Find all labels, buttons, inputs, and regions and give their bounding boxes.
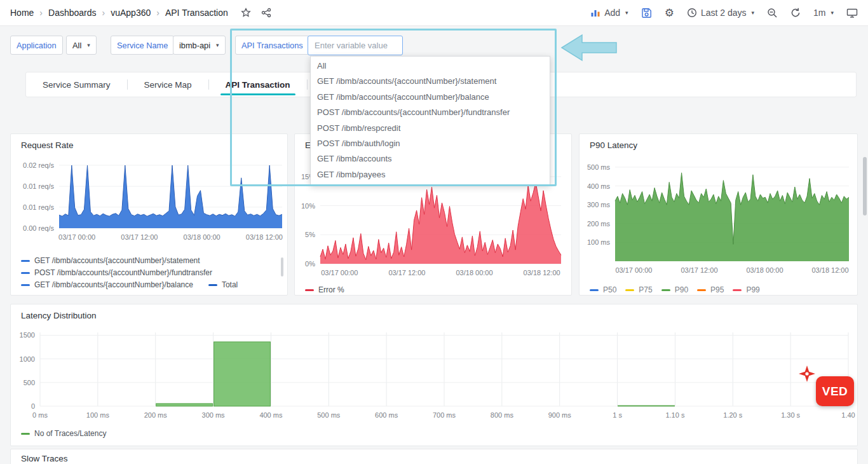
svg-text:600 ms: 600 ms: [375, 411, 398, 419]
p90-latency-chart[interactable]: 100 ms200 ms300 ms400 ms500 ms03/17 00:0…: [580, 157, 857, 282]
svg-text:0%: 0%: [305, 260, 315, 268]
dropdown-option[interactable]: GET /ibmb/payees: [311, 167, 550, 182]
legend-item[interactable]: Total: [208, 280, 238, 289]
svg-text:1.40: 1.40: [841, 411, 855, 419]
variable-select-service-name[interactable]: ibmb-api ▾: [173, 36, 226, 55]
refresh-interval-picker[interactable]: 1m ▾: [813, 8, 834, 18]
svg-text:1500: 1500: [20, 331, 35, 339]
request-rate-legend: GET /ibmb/accounts/{accountNumber}/state…: [21, 256, 277, 289]
dropdown-option[interactable]: GET /ibmb/accounts: [311, 151, 550, 167]
tab-api-transaction[interactable]: API Transaction: [209, 72, 307, 97]
svg-text:500 ms: 500 ms: [317, 411, 341, 419]
svg-text:100 ms: 100 ms: [86, 411, 110, 419]
magnifier-minus-icon: [767, 8, 778, 18]
svg-text:0 ms: 0 ms: [32, 411, 48, 419]
request-rate-chart[interactable]: 0.00 req/s0.01 req/s0.01 req/s0.02 req/s…: [11, 157, 287, 252]
breadcrumb-separator: ›: [156, 8, 159, 18]
p90-latency-legend: P50P75P90P95P99: [590, 285, 847, 294]
panel-title-request-rate: Request Rate: [21, 140, 74, 150]
svg-text:03/18 00:00: 03/18 00:00: [746, 266, 783, 274]
legend-item[interactable]: POST /ibmb/accounts/{accountNumber}/fund…: [21, 268, 212, 277]
breadcrumb: Home›Dashboards›vuApp360›API Transaction: [10, 8, 228, 18]
dropdown-option[interactable]: POST /ibmb/respcredit: [311, 121, 550, 136]
variable-dropdown: AllGET /ibmb/accounts/{accountNumber}/st…: [310, 56, 550, 185]
latency-distribution-legend: No of Traces/Latency: [21, 429, 847, 438]
svg-text:900 ms: 900 ms: [548, 411, 572, 419]
add-panel-button[interactable]: Add ▾: [590, 8, 628, 18]
legend-item[interactable]: P95: [697, 285, 724, 294]
legend-label: GET /ibmb/accounts/{accountNumber}/balan…: [34, 280, 193, 289]
legend-label: P95: [710, 285, 724, 294]
panel-latency-distribution: Latency Distribution 0 ms100 ms200 ms300…: [10, 304, 858, 446]
tab-service-summary[interactable]: Service Summary: [26, 72, 127, 97]
dropdown-option[interactable]: All: [311, 58, 550, 74]
legend-item[interactable]: P90: [661, 285, 688, 294]
svg-text:700 ms: 700 ms: [433, 411, 456, 419]
svg-text:03/17 12:00: 03/17 12:00: [121, 233, 158, 241]
legend-color-dash: [21, 272, 30, 274]
share-icon[interactable]: [261, 8, 271, 18]
legend-item[interactable]: P50: [590, 285, 616, 294]
legend-color-dash: [21, 433, 30, 435]
svg-text:200 ms: 200 ms: [587, 220, 611, 228]
svg-text:1.10 s: 1.10 s: [665, 411, 684, 419]
chevron-down-icon: ▾: [625, 10, 628, 16]
breadcrumb-item-vuapp360[interactable]: vuApp360: [111, 8, 151, 18]
svg-text:0.01 req/s: 0.01 req/s: [23, 182, 54, 190]
legend-item[interactable]: P99: [733, 285, 759, 294]
application-label-text: Application: [17, 41, 57, 50]
panel-slow-traces: Slow Traces: [10, 449, 858, 464]
breadcrumb-item-home[interactable]: Home: [10, 8, 34, 18]
ved-logo[interactable]: VED: [816, 376, 854, 406]
legend-color-dash: [661, 289, 670, 291]
svg-text:03/17 12:00: 03/17 12:00: [681, 266, 717, 274]
save-dashboard-icon[interactable]: [641, 8, 652, 18]
star-icon[interactable]: [241, 8, 251, 18]
page-scrollbar[interactable]: [863, 157, 867, 215]
panel-title-p90-latency: P90 Latency: [590, 140, 637, 150]
clock-icon: [687, 8, 697, 18]
zoom-out-icon[interactable]: [767, 8, 778, 18]
svg-text:03/18 00:00: 03/18 00:00: [184, 233, 220, 241]
dashboard-app: Home›Dashboards›vuApp360›API Transaction: [0, 0, 868, 464]
dashboard-settings-icon[interactable]: ⚙: [665, 8, 674, 18]
sparkle-icon: [798, 365, 816, 383]
latency-distribution-chart[interactable]: 0 ms100 ms200 ms300 ms400 ms500 ms600 ms…: [11, 326, 857, 425]
variable-label-application: Application: [10, 36, 63, 55]
dropdown-option[interactable]: POST /ibmb/auth/login: [311, 136, 550, 151]
legend-color-dash: [625, 289, 634, 291]
tab-service-map[interactable]: Service Map: [128, 72, 208, 97]
tv-mode-icon[interactable]: [846, 8, 858, 18]
legend-color-dash: [305, 289, 314, 291]
dropdown-option[interactable]: POST /ibmb/accounts/{accountNumber}/fund…: [311, 105, 550, 120]
panel-title-slow-traces: Slow Traces: [21, 454, 68, 463]
svg-text:0.00 req/s: 0.00 req/s: [23, 224, 54, 232]
time-range-picker[interactable]: Last 2 days ▾: [687, 8, 754, 18]
chevron-down-icon: ▾: [216, 42, 219, 48]
variable-label-api-transactions: API Transactions: [235, 36, 309, 55]
breadcrumb-item-api-transaction[interactable]: API Transaction: [165, 8, 228, 18]
variable-select-application[interactable]: All ▾: [66, 36, 97, 55]
legend-label: No of Traces/Latency: [34, 429, 106, 438]
legend-scrollbar[interactable]: [281, 257, 283, 276]
legend-item[interactable]: P75: [625, 285, 652, 294]
share-icon: [261, 8, 271, 18]
svg-text:300 ms: 300 ms: [587, 201, 611, 208]
variable-value-input[interactable]: [308, 36, 403, 55]
svg-text:400 ms: 400 ms: [259, 411, 283, 419]
legend-item[interactable]: GET /ibmb/accounts/{accountNumber}/state…: [21, 256, 200, 265]
svg-text:200 ms: 200 ms: [144, 411, 168, 419]
svg-text:03/18 12:00: 03/18 12:00: [246, 233, 283, 241]
chevron-down-icon: ▾: [751, 10, 754, 16]
legend-label: GET /ibmb/accounts/{accountNumber}/state…: [34, 256, 200, 265]
legend-item[interactable]: No of Traces/Latency: [21, 429, 106, 438]
breadcrumb-item-dashboards[interactable]: Dashboards: [48, 8, 97, 18]
ved-logo-text: VED: [822, 385, 848, 399]
breadcrumb-separator: ›: [39, 8, 43, 18]
dropdown-option[interactable]: GET /ibmb/accounts/{accountNumber}/balan…: [311, 90, 550, 105]
dropdown-option[interactable]: GET /ibmb/accounts/{accountNumber}/state…: [311, 74, 550, 89]
legend-item[interactable]: GET /ibmb/accounts/{accountNumber}/balan…: [21, 280, 193, 289]
refresh-icon[interactable]: [790, 8, 801, 18]
monitor-icon: [846, 8, 858, 18]
legend-item[interactable]: Error %: [305, 285, 344, 294]
